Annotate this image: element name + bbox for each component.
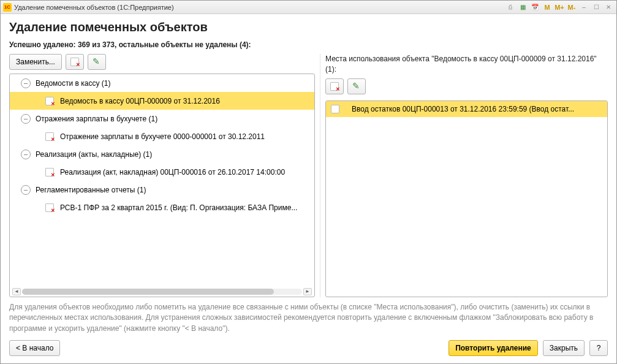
right-pane: Места использования объекта "Ведомость в… bbox=[320, 54, 608, 297]
tree-item-label: РСВ-1 ПФР за 2 квартал 2015 г. (Вид: П. … bbox=[60, 203, 297, 212]
mark-for-deletion-button[interactable] bbox=[325, 78, 344, 94]
retry-delete-button[interactable]: Повторить удаление bbox=[449, 340, 538, 356]
scroll-left-icon[interactable]: ◄ bbox=[12, 288, 21, 295]
mark-for-deletion-button[interactable] bbox=[66, 54, 84, 70]
tree-group[interactable]: – Ведомости в кассу (1) bbox=[10, 74, 314, 92]
app-logo-icon: 1C bbox=[3, 3, 12, 12]
document-marked-icon bbox=[45, 203, 54, 212]
pencil-icon bbox=[93, 58, 101, 66]
footer-buttons: < В начало Повторить удаление Закрыть ? bbox=[9, 340, 608, 358]
close-window-button[interactable]: ✕ bbox=[603, 2, 614, 12]
main-split: Заменить... – Ведомости в кассу (1) Ведо… bbox=[9, 54, 608, 297]
edit-button[interactable] bbox=[88, 54, 106, 70]
usage-list[interactable]: Ввод остатков 00ЦП-000013 от 31.12.2016 … bbox=[325, 100, 608, 297]
minimize-button[interactable]: – bbox=[578, 2, 589, 12]
delete-mark-icon bbox=[330, 82, 339, 91]
document-marked-icon bbox=[45, 132, 54, 141]
tree-item[interactable]: Реализация (акт, накладная) 00ЦП-000016 … bbox=[10, 163, 314, 181]
memory-m-button[interactable]: M bbox=[542, 2, 553, 12]
page-title: Удаление помеченных объектов bbox=[9, 20, 608, 34]
app-window: 1C Удаление помеченных объектов (1С:Пред… bbox=[0, 0, 617, 364]
footer-hint-text: Для удаления объектов необходимо либо по… bbox=[9, 297, 608, 340]
delete-mark-icon bbox=[70, 58, 79, 66]
scrollbar-track[interactable] bbox=[22, 289, 302, 295]
help-button[interactable]: ? bbox=[589, 340, 608, 356]
objects-tree[interactable]: – Ведомости в кассу (1) Ведомость в касс… bbox=[9, 74, 315, 297]
collapse-icon[interactable]: – bbox=[21, 150, 31, 159]
scrollbar-thumb[interactable] bbox=[22, 289, 274, 295]
back-to-start-button[interactable]: < В начало bbox=[9, 340, 60, 356]
memory-mplus-button[interactable]: M+ bbox=[554, 2, 565, 12]
tree-item[interactable]: Отражение зарплаты в бухучете 0000-00000… bbox=[10, 127, 314, 145]
left-pane: Заменить... – Ведомости в кассу (1) Ведо… bbox=[9, 54, 315, 297]
horizontal-scrollbar[interactable]: ◄ ► bbox=[10, 287, 314, 297]
document-marked-icon bbox=[45, 97, 54, 105]
right-toolbar bbox=[325, 78, 608, 94]
scroll-right-icon[interactable]: ► bbox=[303, 288, 312, 295]
collapse-icon[interactable]: – bbox=[21, 185, 31, 195]
titlebar-controls: ⎙ ▦ 📅 M M+ M- – ☐ ✕ bbox=[505, 2, 614, 12]
titlebar: 1C Удаление помеченных объектов (1С:Пред… bbox=[1, 1, 616, 14]
tree-item-label: Отражение зарплаты в бухучете 0000-00000… bbox=[60, 132, 265, 141]
window-title: Удаление помеченных объектов (1С:Предпри… bbox=[14, 4, 505, 11]
pencil-icon bbox=[352, 82, 361, 91]
tree-group[interactable]: – Регламентированные отчеты (1) bbox=[10, 181, 314, 199]
edit-button[interactable] bbox=[347, 78, 366, 94]
calculator-icon[interactable]: ▦ bbox=[517, 2, 528, 12]
memory-mminus-button[interactable]: M- bbox=[566, 2, 577, 12]
tree-item-label: Реализация (акт, накладная) 00ЦП-000016 … bbox=[60, 168, 285, 176]
collapse-icon[interactable]: – bbox=[21, 114, 31, 124]
status-summary: Успешно удалено: 369 из 373, остальные о… bbox=[9, 40, 608, 49]
tree-item[interactable]: Ведомость в кассу 00ЦП-000009 от 31.12.2… bbox=[10, 92, 314, 110]
usage-label: Места использования объекта "Ведомость в… bbox=[325, 54, 608, 75]
document-icon bbox=[331, 105, 339, 113]
list-item[interactable]: Ввод остатков 00ЦП-000013 от 31.12.2016 … bbox=[326, 101, 607, 117]
maximize-button[interactable]: ☐ bbox=[591, 2, 602, 12]
collapse-icon[interactable]: – bbox=[21, 78, 31, 88]
tree-item[interactable]: РСВ-1 ПФР за 2 квартал 2015 г. (Вид: П. … bbox=[10, 199, 314, 216]
tree-group[interactable]: – Реализация (акты, накладные) (1) bbox=[10, 145, 314, 163]
replace-button[interactable]: Заменить... bbox=[9, 54, 62, 70]
close-button[interactable]: Закрыть bbox=[543, 340, 585, 356]
left-toolbar: Заменить... bbox=[9, 54, 315, 70]
tree-group[interactable]: – Отражения зарплаты в бухучете (1) bbox=[10, 110, 314, 127]
tree-content: – Ведомости в кассу (1) Ведомость в касс… bbox=[10, 74, 314, 287]
tree-group-label: Регламентированные отчеты (1) bbox=[36, 186, 146, 194]
list-item-label: Ввод остатков 00ЦП-000013 от 31.12.2016 … bbox=[352, 105, 574, 113]
tree-group-label: Ведомости в кассу (1) bbox=[36, 79, 110, 88]
tree-item-label: Ведомость в кассу 00ЦП-000009 от 31.12.2… bbox=[60, 97, 220, 105]
content-area: Удаление помеченных объектов Успешно уда… bbox=[1, 14, 616, 363]
tree-group-label: Реализация (акты, накладные) (1) bbox=[36, 150, 152, 159]
print-icon[interactable]: ⎙ bbox=[505, 2, 516, 12]
calendar-icon[interactable]: 📅 bbox=[529, 2, 540, 12]
document-marked-icon bbox=[45, 168, 54, 176]
tree-group-label: Отражения зарплаты в бухучете (1) bbox=[36, 115, 157, 123]
